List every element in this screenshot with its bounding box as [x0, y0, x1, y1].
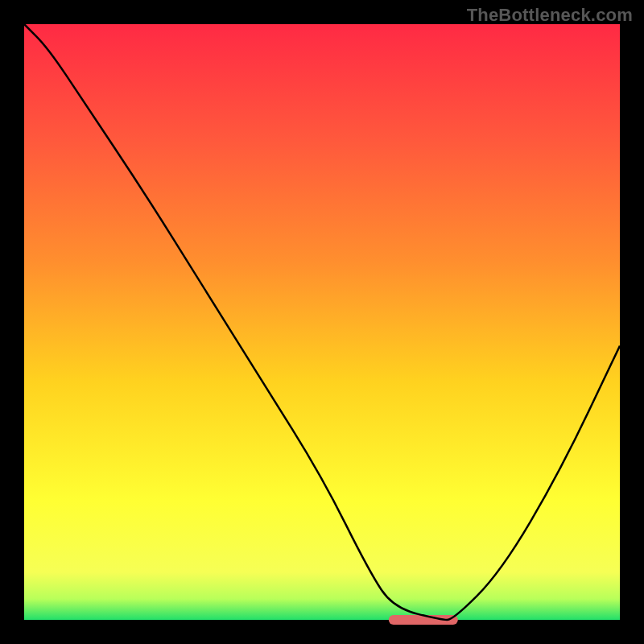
- chart-svg: [0, 0, 644, 644]
- watermark-text: TheBottleneck.com: [467, 5, 633, 26]
- plot-background: [24, 24, 620, 620]
- chart-stage: TheBottleneck.com: [0, 0, 644, 644]
